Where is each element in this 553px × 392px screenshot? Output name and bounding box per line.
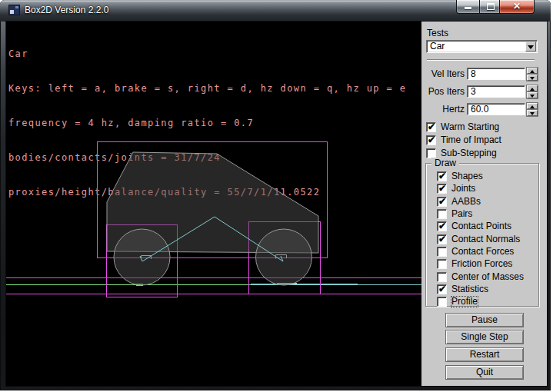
- check-icon: ✔: [438, 196, 446, 207]
- arrow-down-icon: [530, 112, 535, 115]
- vel-iters-label: Vel Iters: [421, 68, 465, 80]
- checkbox-label: AABBs: [451, 197, 481, 207]
- arrow-down-icon: [530, 95, 535, 98]
- quit-button[interactable]: Quit: [445, 365, 524, 380]
- arrow-up-icon: [530, 88, 535, 91]
- control-panel: Tests Car Vel Iters 8 Pos Iters 3 He: [421, 22, 547, 386]
- check-icon: ✔: [428, 121, 435, 132]
- pause-button[interactable]: Pause: [445, 313, 524, 327]
- window-content: Car Keys: left = a, brake = s, right = d…: [6, 22, 547, 386]
- checkbox-box: ✔: [437, 209, 447, 219]
- pos-iters-label: Pos Iters: [421, 85, 465, 98]
- restart-button[interactable]: Restart: [445, 347, 524, 362]
- tests-label: Tests: [427, 28, 448, 38]
- check-icon: ✔: [428, 135, 435, 145]
- checkbox-box: ✔: [437, 171, 447, 181]
- checkbox-label: Contact Normals: [451, 234, 520, 244]
- pos-iters-input[interactable]: 3: [467, 85, 525, 98]
- checkbox-label: Contact Points: [451, 221, 511, 231]
- spinner-up-button[interactable]: [527, 68, 538, 74]
- title-bar[interactable]: Box2D Version 2.2.0 ✕: [0, 0, 551, 22]
- checkbox-label: Contact Forces: [451, 247, 514, 257]
- left-wheel: [114, 229, 170, 285]
- close-button[interactable]: ✕: [500, 0, 535, 14]
- pos-iters-spinner: [527, 85, 538, 98]
- tests-dropdown-value: Car: [430, 42, 445, 51]
- checkbox-label: Statistics: [451, 284, 488, 294]
- checkbox-box: ✔: [426, 135, 436, 145]
- physics-scene: [6, 22, 421, 386]
- app-window: Box2D Version 2.2.0 ✕ Car Keys: left = a…: [0, 0, 551, 390]
- spinner-up-button[interactable]: [527, 103, 538, 109]
- hertz-spinner: [527, 103, 538, 116]
- caption-buttons: ✕: [456, 0, 535, 15]
- arrow-down-icon: [530, 77, 535, 80]
- checkbox-box: ✔: [426, 122, 436, 132]
- check-icon: ✔: [438, 284, 446, 294]
- separator: [427, 59, 535, 61]
- checkbox-box: ✔: [437, 221, 447, 231]
- checkbox-box: ✔: [437, 284, 447, 294]
- hertz-input[interactable]: 60.0: [467, 103, 525, 115]
- checkbox-box: ✔: [437, 297, 447, 307]
- arrow-up-icon: [530, 70, 535, 73]
- checkbox-label: Center of Masses: [451, 272, 524, 282]
- minimize-button[interactable]: [456, 0, 480, 14]
- checkbox-label: Profile: [451, 297, 478, 307]
- spinner-down-button[interactable]: [527, 75, 538, 81]
- check-icon: ✔: [438, 221, 446, 231]
- vel-iters-input[interactable]: 8: [467, 68, 525, 80]
- spinner-down-button[interactable]: [527, 92, 538, 98]
- checkbox-label: Pairs: [451, 209, 472, 219]
- check-icon: ✔: [438, 183, 446, 194]
- right-wheel: [256, 229, 312, 285]
- check-icon: ✔: [438, 234, 446, 244]
- maximize-button[interactable]: [480, 0, 500, 14]
- app-icon: [8, 5, 20, 15]
- tests-dropdown[interactable]: Car: [426, 40, 538, 53]
- checkbox-label: Warm Starting: [441, 122, 499, 132]
- spinner-down-button[interactable]: [527, 110, 538, 116]
- checkbox-label: Friction Forces: [451, 259, 512, 269]
- checkbox-label: Joints: [451, 184, 475, 194]
- check-icon: ✔: [438, 171, 446, 181]
- restore-icon: [487, 3, 495, 10]
- checkbox-box: ✔: [437, 247, 447, 257]
- vel-iters-spinner: [527, 68, 538, 81]
- checkbox-label: Shapes: [451, 171, 483, 181]
- simulation-canvas[interactable]: Car Keys: left = a, brake = s, right = d…: [6, 22, 421, 386]
- checkbox-box: ✔: [437, 272, 447, 282]
- draw-group-label: Draw: [431, 158, 459, 168]
- checkbox-box: ✔: [437, 184, 447, 194]
- single-step-button[interactable]: Single Step: [445, 330, 524, 344]
- checkbox-label: Time of Impact: [441, 135, 501, 145]
- checkbox-box: ✔: [437, 259, 447, 269]
- close-icon: ✕: [500, 1, 534, 12]
- minimize-icon: [465, 7, 471, 9]
- spinner-up-button[interactable]: [527, 85, 538, 91]
- window-title: Box2D Version 2.2.0: [25, 0, 108, 20]
- checkbox-box: ✔: [437, 234, 447, 244]
- chevron-down-icon: [528, 45, 534, 49]
- dropdown-button[interactable]: [525, 42, 536, 51]
- hertz-label: Hertz: [421, 103, 465, 115]
- arrow-up-icon: [530, 105, 535, 108]
- checkbox-box: ✔: [437, 197, 447, 207]
